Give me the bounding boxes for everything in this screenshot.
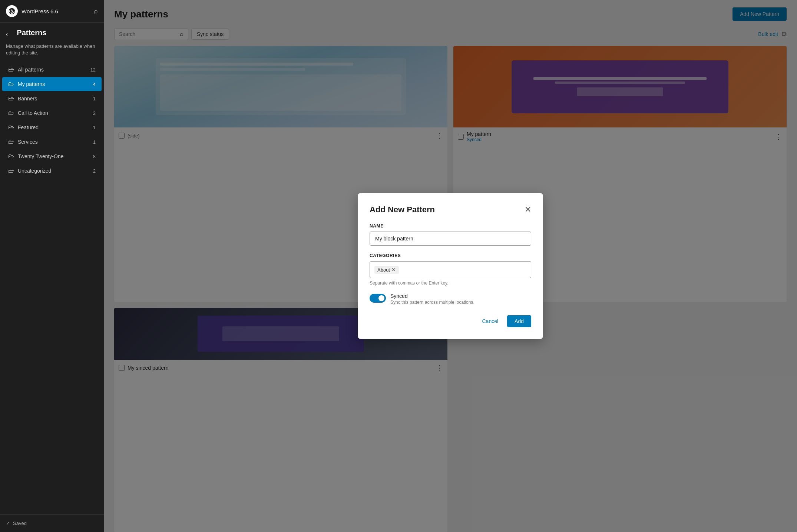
nav-count: 1	[93, 96, 96, 102]
modal-title: Add New Pattern	[370, 205, 435, 215]
sidebar-item-uncategorized[interactable]: 🗁 Uncategorized 2	[2, 164, 102, 178]
synced-toggle[interactable]	[370, 294, 386, 303]
sidebar: WordPress 6.6 ⌕ ‹ Patterns Manage what p…	[0, 0, 104, 532]
modal-close-button[interactable]: ✕	[525, 206, 531, 214]
sidebar-footer: ✓ Saved	[0, 514, 104, 532]
folder-icon: 🗁	[8, 124, 14, 131]
name-input[interactable]	[370, 232, 531, 246]
synced-toggle-label: Synced	[390, 293, 474, 299]
sidebar-header: WordPress 6.6 ⌕	[0, 0, 104, 23]
wp-logo	[6, 5, 18, 17]
add-new-pattern-modal: Add New Pattern ✕ NAME CATEGORIES About …	[358, 193, 543, 339]
back-arrow-icon[interactable]: ‹	[6, 31, 8, 38]
sidebar-item-banners[interactable]: 🗁 Banners 1	[2, 92, 102, 106]
synced-toggle-row: Synced Sync this pattern across multiple…	[370, 293, 531, 305]
name-label: NAME	[370, 223, 531, 229]
nav-label: Uncategorized	[18, 168, 51, 174]
nav-label: All patterns	[18, 67, 44, 73]
nav-count: 2	[93, 110, 96, 116]
nav-label: Call to Action	[18, 110, 48, 116]
main-content: My patterns Add New Pattern ⌕ Sync statu…	[104, 0, 797, 532]
sidebar-item-all-patterns[interactable]: 🗁 All patterns 12	[2, 63, 102, 77]
category-tag-about: About ✕	[374, 266, 399, 274]
nav-label: Featured	[18, 124, 39, 130]
cancel-button[interactable]: Cancel	[477, 315, 503, 327]
nav-count: 2	[93, 168, 96, 174]
folder-icon: 🗁	[8, 167, 14, 174]
nav-count: 8	[93, 154, 96, 159]
sidebar-back-nav[interactable]: ‹ Patterns	[0, 23, 104, 43]
toggle-track[interactable]	[370, 294, 386, 303]
nav-count: 1	[93, 125, 96, 130]
categories-field[interactable]: About ✕	[370, 261, 531, 278]
nav-label: Twenty Twenty-One	[18, 153, 63, 159]
synced-toggle-desc: Sync this pattern across multiple locati…	[390, 300, 474, 305]
sidebar-item-services[interactable]: 🗁 Services 1	[2, 135, 102, 149]
tag-remove-icon[interactable]: ✕	[391, 267, 396, 272]
folder-icon: 🗁	[8, 139, 14, 145]
sidebar-item-twenty-twenty-one[interactable]: 🗁 Twenty Twenty-One 8	[2, 149, 102, 163]
nav-count: 12	[90, 67, 96, 73]
folder-icon: 🗁	[8, 153, 14, 160]
folder-icon: 🗁	[8, 81, 14, 87]
categories-label: CATEGORIES	[370, 253, 531, 258]
sidebar-nav: 🗁 All patterns 12 🗁 My patterns 4 🗁 Bann…	[0, 62, 104, 514]
nav-label: Services	[18, 139, 38, 145]
nav-count: 4	[93, 82, 96, 87]
modal-actions: Cancel Add	[370, 315, 531, 327]
folder-icon: 🗁	[8, 66, 14, 73]
toggle-thumb	[378, 295, 384, 301]
section-title: Patterns	[11, 29, 52, 40]
add-button[interactable]: Add	[507, 315, 531, 327]
nav-count: 1	[93, 139, 96, 145]
saved-label: Saved	[13, 521, 27, 526]
nav-label: Banners	[18, 96, 37, 102]
tag-label: About	[377, 267, 390, 273]
folder-icon: 🗁	[8, 95, 14, 102]
sidebar-description: Manage what patterns are available when …	[0, 43, 104, 62]
categories-hint: Separate with commas or the Enter key.	[370, 280, 531, 286]
modal-header: Add New Pattern ✕	[370, 205, 531, 215]
toggle-label-group: Synced Sync this pattern across multiple…	[390, 293, 474, 305]
sidebar-item-my-patterns[interactable]: 🗁 My patterns 4	[2, 77, 102, 91]
folder-icon: 🗁	[8, 110, 14, 116]
modal-overlay: Add New Pattern ✕ NAME CATEGORIES About …	[104, 0, 797, 532]
saved-check-icon: ✓	[6, 521, 10, 526]
search-icon[interactable]: ⌕	[94, 7, 98, 15]
categories-form-group: CATEGORIES About ✕ Separate with commas …	[370, 253, 531, 286]
name-form-group: NAME	[370, 223, 531, 246]
app-title: WordPress 6.6	[22, 8, 90, 14]
sidebar-item-featured[interactable]: 🗁 Featured 1	[2, 120, 102, 134]
sidebar-item-call-to-action[interactable]: 🗁 Call to Action 2	[2, 106, 102, 120]
nav-label: My patterns	[18, 81, 45, 87]
